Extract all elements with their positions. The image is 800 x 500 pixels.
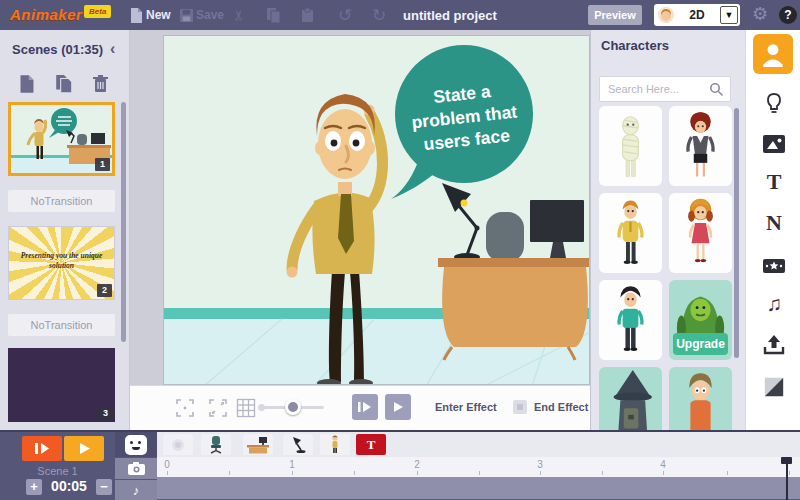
animaker-logo: Animaker: [10, 6, 82, 23]
delete-scene-icon[interactable]: [92, 74, 114, 98]
upload-tool-icon[interactable]: [762, 333, 786, 357]
timeline-item-desk[interactable]: [243, 434, 273, 455]
ruler-label: 2: [410, 459, 424, 470]
avatar: [658, 7, 674, 23]
chevron-down-icon[interactable]: ▼: [720, 6, 738, 24]
grid-toggle-icon[interactable]: [236, 398, 256, 418]
character-card-casual-man[interactable]: [599, 193, 662, 273]
center-focus-icon[interactable]: [175, 398, 195, 418]
timeline-item-chair[interactable]: [201, 434, 231, 455]
character-card-green-monster[interactable]: Upgrade: [669, 280, 732, 360]
scene-number-badge: 2: [97, 284, 112, 297]
ruler-label: 4: [656, 459, 670, 470]
camera-tab[interactable]: [115, 458, 157, 479]
end-effect-icon[interactable]: [513, 400, 527, 414]
asset-type-toolbar: T N ♫: [745, 30, 800, 430]
paste-icon[interactable]: [298, 6, 316, 24]
character-search-box: [599, 76, 731, 102]
objects-tab[interactable]: [115, 432, 157, 457]
character-card-girl-pink-dress[interactable]: [669, 193, 732, 273]
search-icon[interactable]: [709, 82, 724, 97]
stage-toolbar: Enter Effect End Effect: [130, 385, 590, 430]
end-effect-button[interactable]: End Effect: [534, 401, 588, 413]
cut-icon[interactable]: ✂: [230, 6, 248, 24]
mode-value: 2D: [674, 8, 720, 22]
transition-selector-1[interactable]: NoTransition: [8, 190, 115, 212]
character-card-witch[interactable]: [599, 367, 662, 430]
collapse-panel-icon[interactable]: ‹: [110, 40, 115, 58]
timeline-items-strip: T: [157, 432, 800, 457]
effects-tool-icon[interactable]: [762, 254, 786, 278]
play-scene-button[interactable]: [352, 394, 378, 420]
music-tool-icon[interactable]: ♫: [762, 292, 786, 316]
search-input[interactable]: [600, 77, 704, 101]
characters-scrollbar[interactable]: [734, 108, 739, 358]
scene-thumbnail-3[interactable]: 3: [8, 348, 115, 422]
scene-number-badge: 3: [98, 407, 113, 420]
scenes-panel: Scenes (01:35) ‹: [0, 30, 130, 430]
enter-effect-button[interactable]: Enter Effect: [435, 401, 497, 413]
play-scene-button-timeline[interactable]: [64, 436, 104, 461]
characters-tool-selected[interactable]: [753, 34, 793, 74]
new-button-label[interactable]: New: [146, 8, 171, 22]
scene-duration: 00:05: [44, 478, 94, 494]
music-note-icon: ♪: [133, 483, 140, 498]
redo-icon[interactable]: ↻: [370, 6, 388, 24]
timeline-item-character[interactable]: [320, 434, 350, 455]
increase-duration-button[interactable]: +: [26, 479, 42, 495]
timeline-item-lamp[interactable]: [283, 434, 313, 455]
project-title[interactable]: untitled project: [403, 8, 497, 23]
copy-icon[interactable]: [264, 6, 282, 24]
character-face-icon: [125, 435, 147, 455]
play-button[interactable]: [385, 394, 411, 420]
animaker-app: Animaker Beta New Save ✂ ↺ ↻ untitled pr…: [0, 0, 800, 500]
play-all-button[interactable]: [22, 436, 62, 461]
numbers-tool-icon[interactable]: N: [762, 211, 786, 235]
backgrounds-tool-icon[interactable]: [762, 375, 786, 399]
music-tab[interactable]: ♪: [115, 480, 157, 500]
playhead-handle[interactable]: [781, 457, 792, 464]
new-document-icon[interactable]: [127, 6, 145, 24]
help-icon[interactable]: ?: [779, 6, 797, 24]
character-card-little-boy[interactable]: [669, 367, 732, 430]
ruler-label: 3: [533, 459, 547, 470]
scene-duration-track[interactable]: [157, 477, 800, 499]
save-button-label[interactable]: Save: [196, 8, 224, 22]
scene-number-badge: 1: [95, 158, 110, 171]
preview-button[interactable]: Preview: [588, 5, 642, 25]
character-card-mummy[interactable]: [599, 106, 662, 186]
decrease-duration-button[interactable]: −: [96, 479, 112, 495]
top-bar: Animaker Beta New Save ✂ ↺ ↻ untitled pr…: [0, 0, 800, 30]
scene-thumbnail-1[interactable]: 1: [8, 102, 115, 176]
mode-dropdown[interactable]: 2D ▼: [654, 4, 740, 26]
ruler-label: 1: [285, 459, 299, 470]
transition-selector-2[interactable]: NoTransition: [8, 314, 115, 336]
timeline-ruler[interactable]: 0 1 2 3 4: [157, 457, 800, 477]
properties-bulb-icon[interactable]: [762, 92, 786, 116]
stage-canvas[interactable]: State a problem that users face: [163, 35, 590, 385]
settings-gear-icon[interactable]: ⚙: [752, 3, 768, 25]
images-tool-icon[interactable]: [762, 132, 786, 156]
timeline-item-text[interactable]: T: [356, 434, 386, 455]
save-icon[interactable]: [177, 6, 195, 24]
characters-panel: Characters: [590, 30, 745, 430]
character-card-teen-boy[interactable]: [599, 280, 662, 360]
timeline: Scene 1 + 00:05 − ♪: [0, 430, 800, 500]
character-card-business-woman[interactable]: [669, 106, 732, 186]
add-scene-icon[interactable]: [18, 74, 40, 98]
scene-2-caption: Presenting you the unique solution: [13, 251, 110, 271]
characters-panel-title: Characters: [601, 38, 669, 53]
duplicate-scene-icon[interactable]: [55, 74, 77, 98]
timeline-tabs: ♪: [115, 432, 157, 500]
scene-thumbnail-2[interactable]: Presenting you the unique solution 2: [8, 226, 115, 300]
zoom-slider-handle[interactable]: [285, 399, 301, 415]
scenes-scrollbar[interactable]: [121, 102, 126, 342]
stage-area: State a problem that users face: [130, 30, 590, 430]
upgrade-button[interactable]: Upgrade: [673, 333, 728, 355]
fullscreen-icon[interactable]: [208, 398, 228, 418]
timeline-item-effect[interactable]: [163, 434, 193, 455]
ruler-label: 0: [160, 459, 174, 470]
camera-icon: [128, 462, 145, 475]
text-tool-icon[interactable]: T: [762, 170, 786, 194]
undo-icon[interactable]: ↺: [336, 6, 354, 24]
